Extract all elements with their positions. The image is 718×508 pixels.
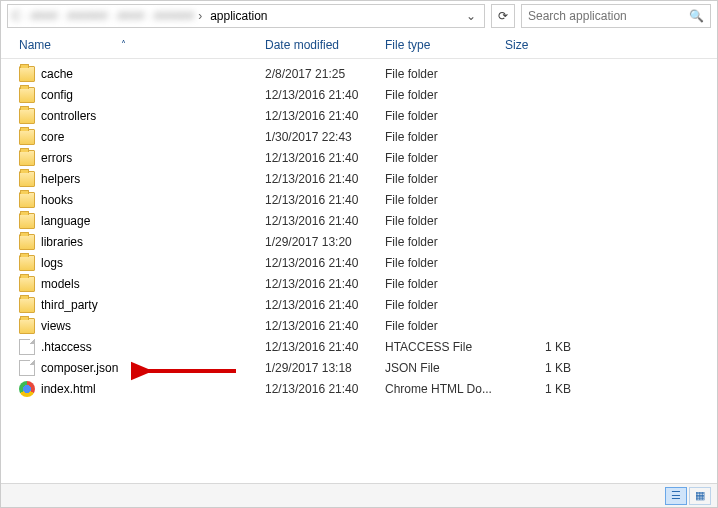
file-row[interactable]: views12/13/2016 21:40File folder [1,315,717,336]
file-row[interactable]: config12/13/2016 21:40File folder [1,84,717,105]
address-bar[interactable]: C · #### · ###### · #### · ###### › appl… [7,4,485,28]
file-icon [19,360,35,376]
file-name: libraries [41,235,83,249]
file-type: File folder [385,256,505,270]
file-row[interactable]: third_party12/13/2016 21:40File folder [1,294,717,315]
file-date: 12/13/2016 21:40 [265,151,385,165]
file-name: controllers [41,109,96,123]
file-size: 1 KB [505,340,585,354]
folder-icon [19,66,35,82]
file-icon [19,339,35,355]
file-row[interactable]: .htaccess12/13/2016 21:40HTACCESS File1 … [1,336,717,357]
file-name: config [41,88,73,102]
file-type: File folder [385,214,505,228]
file-name: models [41,277,80,291]
column-header-name[interactable]: Name ˄ [19,38,265,52]
folder-icon [19,150,35,166]
folder-icon [19,213,35,229]
file-name: hooks [41,193,73,207]
file-date: 12/13/2016 21:40 [265,340,385,354]
folder-icon [19,192,35,208]
file-name: core [41,130,64,144]
file-row[interactable]: hooks12/13/2016 21:40File folder [1,189,717,210]
folder-icon [19,255,35,271]
search-icon[interactable]: 🔍 [689,9,704,23]
file-type: File folder [385,151,505,165]
file-name: composer.json [41,361,118,375]
file-row[interactable]: controllers12/13/2016 21:40File folder [1,105,717,126]
file-date: 12/13/2016 21:40 [265,172,385,186]
column-header-type[interactable]: File type [385,38,505,52]
file-type: File folder [385,130,505,144]
folder-icon [19,108,35,124]
file-row[interactable]: libraries1/29/2017 13:20File folder [1,231,717,252]
file-type: File folder [385,235,505,249]
file-type: HTACCESS File [385,340,505,354]
file-date: 12/13/2016 21:40 [265,277,385,291]
file-name: cache [41,67,73,81]
file-name: errors [41,151,72,165]
file-type: File folder [385,88,505,102]
file-type: Chrome HTML Do... [385,382,505,396]
status-bar: ☰ ▦ [1,483,717,507]
file-date: 12/13/2016 21:40 [265,109,385,123]
folder-icon [19,234,35,250]
large-icons-view-icon: ▦ [695,489,705,502]
breadcrumb-current[interactable]: application [206,9,271,23]
file-row[interactable]: language12/13/2016 21:40File folder [1,210,717,231]
file-row[interactable]: cache2/8/2017 21:25File folder [1,63,717,84]
file-date: 2/8/2017 21:25 [265,67,385,81]
file-name: third_party [41,298,98,312]
folder-icon [19,129,35,145]
file-name: helpers [41,172,80,186]
file-date: 1/29/2017 13:18 [265,361,385,375]
file-row[interactable]: errors12/13/2016 21:40File folder [1,147,717,168]
file-name: .htaccess [41,340,92,354]
file-date: 12/13/2016 21:40 [265,256,385,270]
file-row[interactable]: composer.json1/29/2017 13:18JSON File1 K… [1,357,717,378]
file-type: File folder [385,277,505,291]
view-details-button[interactable]: ☰ [665,487,687,505]
details-view-icon: ☰ [671,489,681,502]
file-name: language [41,214,90,228]
refresh-button[interactable]: ⟳ [491,4,515,28]
toolbar: C · #### · ###### · #### · ###### › appl… [1,1,717,31]
file-date: 12/13/2016 21:40 [265,214,385,228]
file-row[interactable]: logs12/13/2016 21:40File folder [1,252,717,273]
file-row[interactable]: core1/30/2017 22:43File folder [1,126,717,147]
file-type: File folder [385,319,505,333]
folder-icon [19,318,35,334]
file-date: 12/13/2016 21:40 [265,298,385,312]
refresh-icon: ⟳ [498,9,508,23]
search-box[interactable]: 🔍 [521,4,711,28]
column-header-size[interactable]: Size [505,38,585,52]
file-list: cache2/8/2017 21:25File folderconfig12/1… [1,59,717,399]
view-large-icons-button[interactable]: ▦ [689,487,711,505]
folder-icon [19,297,35,313]
folder-icon [19,276,35,292]
file-row[interactable]: helpers12/13/2016 21:40File folder [1,168,717,189]
sort-indicator-icon: ˄ [121,39,126,50]
folder-icon [19,87,35,103]
breadcrumb-hidden: C · #### · ###### · #### · ###### [12,9,194,23]
file-type: File folder [385,67,505,81]
chevron-right-icon: › [198,9,202,23]
file-date: 1/29/2017 13:20 [265,235,385,249]
file-date: 12/13/2016 21:40 [265,88,385,102]
file-type: JSON File [385,361,505,375]
file-size: 1 KB [505,382,585,396]
column-header-date[interactable]: Date modified [265,38,385,52]
file-size: 1 KB [505,361,585,375]
chevron-down-icon[interactable]: ⌄ [462,7,480,25]
file-name: logs [41,256,63,270]
chrome-icon [19,381,35,397]
file-type: File folder [385,298,505,312]
file-row[interactable]: models12/13/2016 21:40File folder [1,273,717,294]
file-row[interactable]: index.html12/13/2016 21:40Chrome HTML Do… [1,378,717,399]
search-input[interactable] [528,9,689,23]
file-name: views [41,319,71,333]
file-type: File folder [385,193,505,207]
file-date: 12/13/2016 21:40 [265,382,385,396]
file-name: index.html [41,382,96,396]
file-type: File folder [385,172,505,186]
